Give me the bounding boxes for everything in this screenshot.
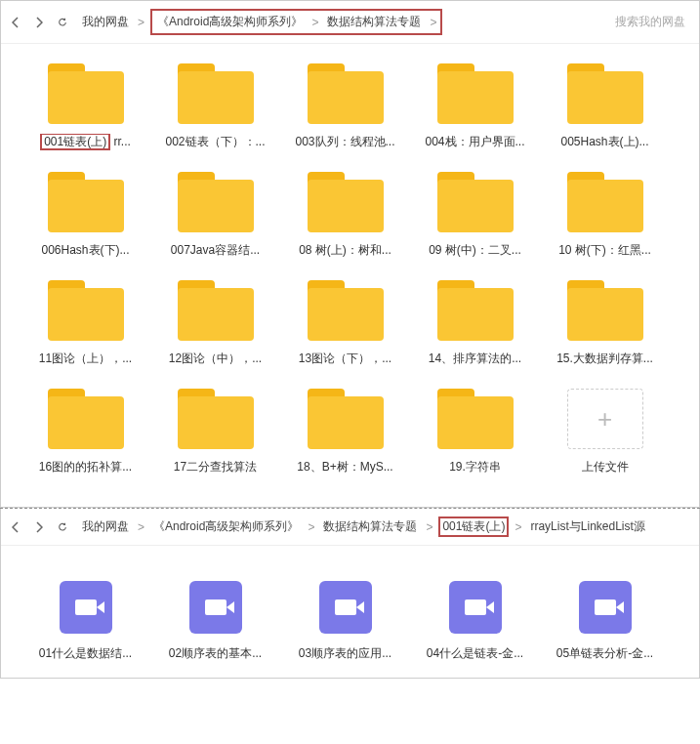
bottom-panel: 我的网盘 > 《Android高级架构师系列》 > 数据结构算法专题 > 001… <box>0 509 700 679</box>
bottom-toolbar: 我的网盘 > 《Android高级架构师系列》 > 数据结构算法专题 > 001… <box>1 509 699 546</box>
folder-label: 15.大数据判存算... <box>556 351 653 367</box>
folder-icon <box>308 63 384 124</box>
back-icon[interactable] <box>11 522 21 532</box>
chevron-right-icon: > <box>136 520 146 534</box>
video-icon <box>449 581 502 634</box>
folder-item[interactable]: 16图的的拓补算... <box>21 389 150 475</box>
folder-icon <box>48 63 124 124</box>
folder-icon <box>48 280 124 341</box>
folder-item[interactable]: 13图论（下），... <box>280 280 410 367</box>
chevron-right-icon: > <box>136 16 146 29</box>
video-label: 02顺序表的基本... <box>169 645 262 662</box>
folder-item[interactable]: 10 树(下)：红黑... <box>540 172 670 259</box>
video-label: 05单链表分析-金... <box>556 645 653 662</box>
breadcrumb-seg1[interactable]: 《Android高级架构师系列》 <box>150 517 302 537</box>
video-icon <box>189 581 242 634</box>
nav-controls <box>11 18 67 27</box>
refresh-icon[interactable] <box>58 18 67 27</box>
folder-icon <box>178 389 254 449</box>
folder-label: 14、排序算法的... <box>429 351 521 367</box>
folder-icon <box>437 172 514 232</box>
breadcrumb-highlighted: 《Android高级架构师系列》 > 数据结构算法专题 > <box>150 9 442 35</box>
video-item[interactable]: 01什么是数据结... <box>21 573 150 662</box>
breadcrumb-seg2[interactable]: 数据结构算法专题 <box>324 12 424 32</box>
folder-icon <box>308 172 384 232</box>
folder-label: 006Hash表(下)... <box>41 242 129 259</box>
folder-icon <box>48 389 124 449</box>
video-item[interactable]: 03顺序表的应用... <box>280 573 410 662</box>
folder-label: 09 树(中)：二叉... <box>429 242 521 259</box>
plus-icon: + <box>567 389 643 449</box>
folder-grid: 001链表(上) rr...002链表（下）：...003队列：线程池...00… <box>1 44 699 507</box>
folder-label: 08 树(上)：树和... <box>299 242 391 259</box>
nav-controls <box>11 522 67 532</box>
video-item[interactable]: 02顺序表的基本... <box>150 573 280 662</box>
folder-label: 001链表(上) rr... <box>40 134 131 150</box>
folder-icon <box>567 280 643 341</box>
breadcrumb-trail[interactable]: rrayList与LinkedList源 <box>527 517 647 537</box>
breadcrumb-top: 我的网盘 > 《Android高级架构师系列》 > 数据结构算法专题 > <box>79 9 603 35</box>
folder-label: 002链表（下）：... <box>165 134 265 150</box>
video-label: 01什么是数据结... <box>39 645 132 662</box>
folder-item[interactable]: 09 树(中)：二叉... <box>410 172 540 259</box>
breadcrumb-root[interactable]: 我的网盘 <box>79 517 132 537</box>
chevron-right-icon: > <box>306 520 316 534</box>
folder-label: 004栈：用户界面... <box>425 134 524 150</box>
folder-item[interactable]: 002链表（下）：... <box>150 63 280 150</box>
video-icon <box>319 581 372 634</box>
video-icon <box>60 581 112 634</box>
folder-item[interactable]: 19.字符串 <box>410 389 540 475</box>
folder-label: 10 树(下)：红黑... <box>558 242 651 259</box>
folder-label: 19.字符串 <box>449 459 501 475</box>
refresh-icon[interactable] <box>58 522 67 532</box>
folder-icon <box>178 280 254 341</box>
folder-icon <box>437 389 514 449</box>
folder-item[interactable]: 17二分查找算法 <box>150 389 280 475</box>
video-icon <box>579 581 632 634</box>
chevron-right-icon: > <box>424 520 434 534</box>
folder-icon <box>437 63 514 124</box>
folder-item[interactable]: 14、排序算法的... <box>410 280 540 367</box>
breadcrumb-seg3[interactable]: 001链表(上) <box>438 517 509 537</box>
video-item[interactable]: 05单链表分析-金... <box>540 573 670 662</box>
folder-item[interactable]: 007Java容器结... <box>150 172 280 259</box>
search-input[interactable]: 搜索我的网盘 <box>615 14 689 30</box>
folder-item[interactable]: 005Hash表(上)... <box>540 63 670 150</box>
folder-item[interactable]: 18、B+树：MyS... <box>280 389 410 475</box>
folder-label: 11图论（上），... <box>39 351 132 367</box>
breadcrumb-bottom: 我的网盘 > 《Android高级架构师系列》 > 数据结构算法专题 > 001… <box>79 517 689 537</box>
chevron-right-icon: > <box>309 16 320 29</box>
folder-item[interactable]: 11图论（上），... <box>21 280 150 367</box>
top-toolbar: 我的网盘 > 《Android高级架构师系列》 > 数据结构算法专题 > 搜索我… <box>1 1 699 44</box>
upload-label: 上传文件 <box>582 459 629 475</box>
forward-icon[interactable] <box>34 522 44 532</box>
breadcrumb-seg2[interactable]: 数据结构算法专题 <box>320 517 420 537</box>
upload-button[interactable]: +上传文件 <box>540 389 670 475</box>
folder-item[interactable]: 12图论（中），... <box>150 280 280 367</box>
forward-icon[interactable] <box>34 18 44 27</box>
video-grid: 01什么是数据结...02顺序表的基本...03顺序表的应用...04什么是链表… <box>1 546 699 678</box>
folder-label: 13图论（下），... <box>299 351 391 367</box>
folder-item[interactable]: 001链表(上) rr... <box>21 63 150 150</box>
folder-icon <box>308 280 384 341</box>
folder-item[interactable]: 006Hash表(下)... <box>21 172 150 259</box>
video-label: 03顺序表的应用... <box>299 645 391 662</box>
back-icon[interactable] <box>11 18 21 27</box>
folder-icon <box>308 389 384 449</box>
video-item[interactable]: 04什么是链表-金... <box>410 573 540 662</box>
folder-icon <box>437 280 514 341</box>
top-panel: 我的网盘 > 《Android高级架构师系列》 > 数据结构算法专题 > 搜索我… <box>0 0 700 508</box>
chevron-right-icon: > <box>513 520 523 534</box>
breadcrumb-seg1[interactable]: 《Android高级架构师系列》 <box>154 12 306 32</box>
folder-item[interactable]: 003队列：线程池... <box>280 63 410 150</box>
folder-label: 007Java容器结... <box>171 242 260 259</box>
folder-label: 005Hash表(上)... <box>560 134 648 150</box>
folder-label: 003队列：线程池... <box>295 134 394 150</box>
folder-icon <box>567 172 643 232</box>
folder-icon <box>567 63 643 124</box>
folder-item[interactable]: 08 树(上)：树和... <box>280 172 410 259</box>
chevron-right-icon: > <box>428 16 438 29</box>
folder-item[interactable]: 004栈：用户界面... <box>410 63 540 150</box>
breadcrumb-root[interactable]: 我的网盘 <box>79 12 132 32</box>
folder-item[interactable]: 15.大数据判存算... <box>540 280 670 367</box>
